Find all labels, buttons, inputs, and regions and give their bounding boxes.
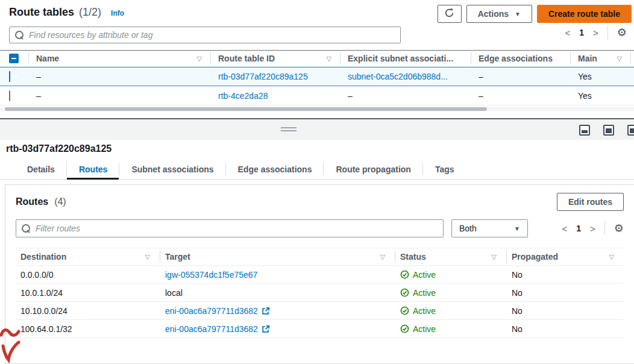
sort-icon: ▽ [617, 55, 622, 63]
tab-subnet-associations[interactable]: Subnet associations [119, 159, 225, 179]
next-page-button[interactable]: > [593, 28, 598, 38]
select-all-checkbox[interactable] [9, 54, 19, 63]
column-header-edge-associations[interactable]: Edge associations [471, 52, 571, 64]
search-icon [15, 31, 24, 40]
target-cell: local [160, 288, 395, 298]
status-text: Active [413, 324, 436, 334]
subnet-association-link[interactable]: subnet-0ca5c2d06b988d... [348, 72, 448, 81]
settings-gear-icon[interactable]: ⚙ [617, 27, 627, 38]
column-header-target[interactable]: Target ▽ [160, 251, 395, 263]
status-cell: Active [395, 306, 507, 316]
create-route-table-button[interactable]: Create route table [537, 5, 632, 23]
tab-edge-associations[interactable]: Edge associations [226, 159, 324, 179]
sort-icon: ▽ [327, 55, 331, 63]
column-header-status[interactable]: Status ▽ [395, 251, 507, 263]
resource-search [9, 27, 401, 43]
target-link[interactable]: igw-055374dc1f5e75e67 [165, 270, 257, 280]
target-link[interactable]: eni-00ac6a797711d3682 [165, 324, 258, 334]
destination-cell: 10.0.1.0/24 [16, 288, 160, 298]
routes-panel-title: Routes (4) [16, 196, 66, 207]
bottom-panel-icon[interactable] [579, 125, 590, 136]
page-number[interactable]: 1 [579, 28, 584, 37]
destination-cell: 0.0.0.0/0 [16, 270, 160, 280]
route-row: 0.0.0.0/0 igw-055374dc1f5e75e67 Active N… [16, 266, 624, 284]
routes-filter-input[interactable] [36, 224, 438, 233]
table-row[interactable]: – rtb-4ce2da28 – – Yes [0, 86, 634, 105]
target-header-label: Target [165, 252, 190, 262]
row-checkbox[interactable] [9, 71, 10, 82]
status-text: Active [413, 288, 436, 298]
actions-button-label: Actions [478, 9, 509, 19]
route-table-id-link[interactable]: rtb-03d77af220c89a125 [218, 72, 308, 81]
top-pagination: < 1 > ⚙ [565, 26, 627, 39]
column-header-main-label: Main [578, 54, 597, 63]
propagated-cell: No [507, 270, 624, 280]
routes-pagination: < 1 > ⚙ [562, 222, 624, 235]
maximize-panel-icon[interactable] [603, 125, 614, 136]
name-cell: – [29, 91, 211, 101]
row-checkbox[interactable] [9, 90, 10, 101]
tab-route-propagation[interactable]: Route propagation [324, 159, 422, 179]
route-table-id-link[interactable]: rtb-4ce2da28 [218, 91, 268, 101]
subnet-cell: – [341, 91, 471, 101]
route-tables-header-row: Name ▽ Route table ID ▽ Explicit subnet … [0, 50, 634, 67]
resource-search-input[interactable] [29, 30, 395, 40]
column-header-name[interactable]: Name ▽ [29, 52, 211, 64]
column-header-propagated[interactable]: Propagated ▽ [507, 251, 624, 263]
refresh-button[interactable] [438, 5, 462, 23]
pagination-divider [607, 26, 608, 39]
tab-details[interactable]: Details [15, 159, 67, 179]
panel-drag-handle[interactable] [281, 127, 297, 133]
page-number[interactable]: 1 [576, 224, 581, 233]
side-panel-icon[interactable] [627, 125, 634, 136]
detail-tabs: Details Routes Subnet associations Edge … [0, 159, 634, 180]
next-page-button[interactable]: > [590, 224, 595, 234]
target-link[interactable]: eni-00ac6a797711d3682 [165, 306, 258, 316]
search-icon [22, 224, 31, 233]
routes-count: (4) [54, 196, 66, 207]
destination-cell: 10.10.0.0/24 [16, 306, 160, 316]
info-link[interactable]: Info [111, 9, 124, 17]
actions-button[interactable]: Actions ▼ [466, 5, 532, 23]
sort-icon: ▽ [492, 253, 497, 261]
horizontal-scrollbar-thumb[interactable] [5, 107, 487, 111]
column-header-destination[interactable]: Destination ▽ [16, 251, 160, 263]
main-cell: Yes [571, 91, 631, 101]
route-tables-table: Name ▽ Route table ID ▽ Explicit subnet … [0, 50, 634, 105]
status-ok-icon [400, 306, 409, 315]
column-header-name-label: Name [36, 54, 59, 63]
status-header-label: Status [400, 252, 426, 262]
tab-routes[interactable]: Routes [67, 159, 119, 179]
column-header-route-table-id[interactable]: Route table ID ▽ [211, 52, 341, 64]
refresh-icon [444, 8, 454, 20]
column-header-subnet-label: Explicit subnet associati... [348, 54, 453, 63]
edit-routes-button[interactable]: Edit routes [557, 193, 624, 211]
edge-cell: – [471, 72, 571, 81]
status-cell: Active [395, 324, 507, 334]
route-type-select-value: Both [459, 224, 477, 233]
settings-gear-icon[interactable]: ⚙ [614, 223, 624, 234]
caret-down-icon: ▼ [515, 11, 521, 17]
page-title: Route tables [9, 6, 74, 19]
prev-page-button[interactable]: < [565, 28, 571, 38]
routes-filter [16, 219, 444, 237]
external-link-icon[interactable] [262, 307, 270, 315]
sort-icon: ▽ [380, 253, 385, 261]
column-header-main[interactable]: Main ▽ [571, 52, 631, 64]
select-all-cell [0, 52, 29, 64]
table-row[interactable]: – rtb-03d77af220c89a125 subnet-0ca5c2d06… [0, 67, 634, 86]
external-link-icon[interactable] [262, 325, 270, 333]
sort-icon: ▽ [609, 253, 614, 261]
page-header: Route tables (1/2) Info [9, 6, 124, 19]
prev-page-button[interactable]: < [562, 224, 568, 234]
propagated-cell: No [507, 306, 624, 316]
route-row: 10.0.1.0/24 local Active No [16, 284, 624, 302]
column-header-explicit-subnet[interactable]: Explicit subnet associati... [341, 52, 471, 64]
route-type-select[interactable]: Both ▼ [451, 219, 528, 237]
sort-icon: ▽ [197, 55, 202, 63]
status-cell: Active [395, 270, 507, 280]
pagination-divider [604, 222, 605, 235]
tab-tags[interactable]: Tags [423, 159, 466, 179]
horizontal-scrollbar [0, 107, 634, 111]
vpc-route-tables-page: Route tables (1/2) Info Actions ▼ Create… [0, 0, 634, 364]
